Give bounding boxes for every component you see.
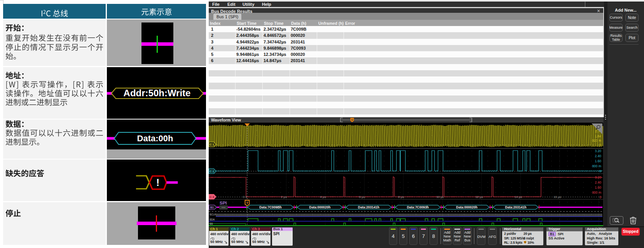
svg-text:SCLK: SCLK	[209, 213, 216, 216]
svg-text:T: T	[246, 201, 248, 205]
svg-text:2.40: 2.40	[595, 154, 601, 158]
svg-text:SS: SS	[209, 222, 213, 225]
svg-text:0: 0	[599, 169, 601, 173]
svg-text:2.40: 2.40	[595, 180, 601, 184]
svg-text:0: 0	[599, 143, 601, 147]
svg-text:SPI: SPI	[220, 201, 227, 205]
svg-text:Data:7C0093h: Data:7C0093h	[407, 205, 429, 209]
svg-text:!: !	[156, 177, 160, 188]
svg-text:Data:000020h: Data:000020h	[456, 205, 478, 209]
svg-text:SDA: SDA	[209, 218, 215, 221]
svg-text:Data:00h: Data:00h	[137, 134, 173, 143]
svg-text:2 µs: 2 µs	[281, 195, 287, 199]
svg-text:14 µs: 14 µs	[515, 195, 522, 199]
svg-text:C 2: C 2	[209, 170, 214, 173]
svg-text:6 µs: 6 µs	[359, 195, 365, 199]
svg-text:Addr:50h:Write: Addr:50h:Write	[124, 88, 191, 98]
svg-text:Data:203141h: Data:203141h	[505, 205, 527, 209]
svg-text:800 m: 800 m	[592, 164, 601, 168]
svg-text:10 µs: 10 µs	[436, 195, 444, 199]
svg-text:B1: B1	[210, 206, 214, 209]
svg-text:Data:7C009Bh: Data:7C009Bh	[259, 205, 282, 209]
svg-text:C 1: C 1	[209, 143, 214, 146]
svg-text:Data:203141h: Data:203141h	[358, 205, 379, 209]
svg-text:3.20: 3.20	[595, 149, 601, 153]
svg-text:1.60: 1.60	[595, 186, 601, 189]
svg-text:C 3: C 3	[209, 195, 214, 199]
svg-text:1.60: 1.60	[595, 159, 601, 163]
svg-text:12 µs: 12 µs	[475, 195, 483, 199]
svg-text:4 µs: 4 µs	[320, 195, 326, 199]
svg-text:0 s: 0 s	[243, 195, 247, 199]
svg-text:Data:000020h: Data:000020h	[309, 205, 331, 209]
svg-text:U: U	[524, 241, 526, 243]
svg-text:800 m: 800 m	[592, 191, 601, 194]
svg-text:3.20: 3.20	[595, 175, 601, 179]
svg-text:16 µs: 16 µs	[553, 195, 561, 199]
svg-text:8 µs: 8 µs	[398, 195, 404, 199]
svg-text:920 m: 920 m	[592, 139, 601, 142]
svg-text:U: U	[351, 118, 353, 121]
svg-text:1.84: 1.84	[595, 134, 601, 138]
svg-text:0: 0	[599, 195, 601, 199]
